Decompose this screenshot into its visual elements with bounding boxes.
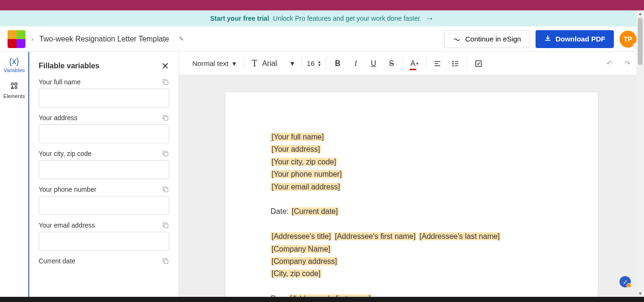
check-icon: ✓ xyxy=(623,278,628,286)
scroll-down-icon[interactable]: ▼ xyxy=(638,291,643,296)
copy-icon[interactable] xyxy=(162,221,169,229)
text-color-button[interactable]: A▾ xyxy=(406,55,423,72)
underline-button[interactable]: U xyxy=(365,55,382,72)
avatar-initials: TP xyxy=(624,35,632,43)
scroll-up-icon[interactable]: ▲ xyxy=(638,11,643,16)
chevron-down-icon: ▾ xyxy=(232,59,236,68)
copy-icon[interactable] xyxy=(162,150,169,157)
strikethrough-button[interactable]: S xyxy=(383,55,400,72)
font-size-value: 16 xyxy=(307,59,315,67)
variable-input-address[interactable] xyxy=(39,124,169,143)
variable-input-phone[interactable] xyxy=(39,196,169,215)
svg-point-12 xyxy=(453,61,454,62)
scroll-thumb[interactable] xyxy=(638,18,643,65)
rail-tab-elements[interactable]: Elements xyxy=(0,77,28,103)
variable-label: Your full name xyxy=(39,78,81,86)
token-current-date[interactable]: [Current date] xyxy=(291,207,339,215)
rail-elements-label: Elements xyxy=(3,93,25,99)
align-button[interactable] xyxy=(429,55,446,72)
user-avatar[interactable]: TP ▾ xyxy=(619,31,636,48)
os-taskbar xyxy=(0,297,644,302)
panel-scroll[interactable]: Your full name Your address Your city, z… xyxy=(29,78,179,297)
variable-label: Your address xyxy=(39,114,77,122)
variable-item: Your full name xyxy=(39,78,169,107)
elements-icon xyxy=(10,82,18,92)
variables-panel: Fillable variables ✕ Your full name Your… xyxy=(29,52,179,297)
variable-input-full-name[interactable] xyxy=(39,89,169,107)
variable-input-city-zip[interactable] xyxy=(39,160,169,179)
svg-rect-1 xyxy=(15,83,17,85)
format-toolbar: Normal text ▾ T Arial ▾ 16 ▲▼ B I U S A▾ xyxy=(179,52,644,75)
svg-rect-6 xyxy=(164,188,168,192)
document-scroll[interactable]: [Your full name] [Your address] [Your ci… xyxy=(179,75,644,297)
esign-label: Continue in eSign xyxy=(465,35,521,43)
promo-bold: Start your free trial xyxy=(210,15,269,22)
canvas-area: Normal text ▾ T Arial ▾ 16 ▲▼ B I U S A▾ xyxy=(179,52,644,297)
help-chat-button[interactable]: ✓ xyxy=(619,276,631,287)
browser-scrollbar[interactable]: ▲ ▼ xyxy=(636,10,644,297)
text-style-label: Normal text xyxy=(192,59,229,67)
browser-chrome-bar xyxy=(0,0,644,10)
list-button[interactable] xyxy=(447,55,464,72)
svg-rect-5 xyxy=(164,152,168,156)
copy-icon[interactable] xyxy=(162,257,169,265)
token-addressee-first[interactable]: [Addressee's first name] xyxy=(334,232,416,240)
chevron-down-icon: ▾ xyxy=(290,59,294,68)
token-addressee-title[interactable]: [Addressee's title] xyxy=(271,232,332,240)
svg-point-16 xyxy=(453,65,454,66)
breadcrumb-separator: › xyxy=(31,35,33,43)
promo-banner[interactable]: Start your free trial Unlock Pro feature… xyxy=(0,10,644,26)
close-panel-button[interactable]: ✕ xyxy=(161,60,169,72)
promo-text: Unlock Pro features and get your work do… xyxy=(273,15,421,22)
token-full-name[interactable]: [Your full name] xyxy=(271,133,325,141)
arrow-right-icon: → xyxy=(425,14,434,24)
variables-icon: {x} xyxy=(9,57,19,66)
token-email[interactable]: [Your email address] xyxy=(271,183,341,191)
svg-rect-7 xyxy=(164,224,168,228)
italic-button[interactable]: I xyxy=(347,55,364,72)
variable-label: Current date xyxy=(39,257,75,265)
rail-variables-label: Variables xyxy=(3,67,25,73)
edit-title-button[interactable]: ✎ xyxy=(175,33,188,46)
download-pdf-button[interactable]: Download PDF xyxy=(536,30,614,48)
token-company-name[interactable]: [Company Name] xyxy=(271,245,331,253)
svg-rect-8 xyxy=(164,260,168,263)
copy-icon[interactable] xyxy=(162,186,169,193)
panel-title: Fillable variables xyxy=(39,62,99,70)
bold-button[interactable]: B xyxy=(329,55,346,72)
font-size-spinner[interactable]: ▲▼ xyxy=(317,60,321,67)
undo-button[interactable]: ↶ xyxy=(601,55,618,72)
font-family-dropdown[interactable]: T Arial ▾ xyxy=(247,55,299,72)
token-addressee-last[interactable]: [Addressee's last name] xyxy=(419,232,501,240)
token-address[interactable]: [Your address] xyxy=(271,145,321,153)
token-phone[interactable]: [Your phone number] xyxy=(271,170,343,178)
font-name: Arial xyxy=(262,59,277,68)
font-icon: T xyxy=(252,58,257,69)
app-logo[interactable] xyxy=(8,30,25,48)
svg-point-2 xyxy=(15,87,17,89)
font-size-control[interactable]: 16 ▲▼ xyxy=(305,59,323,67)
rail-tab-variables[interactable]: {x} Variables xyxy=(0,52,28,77)
continue-esign-button[interactable]: Continue in eSign xyxy=(444,30,530,48)
text-style-dropdown[interactable]: Normal text ▾ xyxy=(188,55,241,72)
variable-label: Your phone number xyxy=(39,186,96,193)
variable-item: Your phone number xyxy=(39,186,169,215)
token-city-zip[interactable]: [Your city, zip code] xyxy=(271,158,337,166)
variable-item: Your address xyxy=(39,114,169,143)
download-label: Download PDF xyxy=(555,35,605,43)
variable-item: Your city, zip code xyxy=(39,150,169,179)
svg-point-0 xyxy=(11,83,14,85)
copy-icon[interactable] xyxy=(162,114,169,122)
checkbox-button[interactable] xyxy=(470,55,487,72)
left-rail: {x} Variables Elements xyxy=(0,52,29,297)
redo-button[interactable]: ↷ xyxy=(619,55,636,72)
variable-label: Your email address xyxy=(39,221,95,229)
variable-item: Current date xyxy=(39,257,169,265)
copy-icon[interactable] xyxy=(162,78,169,86)
token-company-city[interactable]: [City, zip code] xyxy=(271,269,322,278)
document-page[interactable]: [Your full name] [Your address] [Your ci… xyxy=(225,92,598,297)
variable-input-email[interactable] xyxy=(39,232,169,251)
token-company-address[interactable]: [Company address] xyxy=(271,257,338,265)
app-header: › Two-week Resignation Letter Template ✎… xyxy=(0,26,644,52)
download-icon xyxy=(544,34,552,43)
